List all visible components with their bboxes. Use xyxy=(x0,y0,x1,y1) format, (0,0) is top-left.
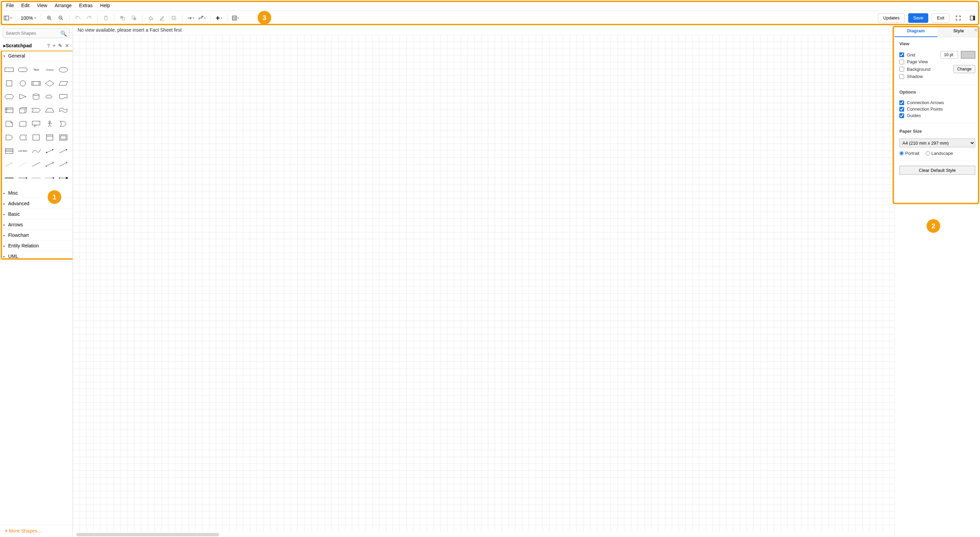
shape-list[interactable] xyxy=(3,145,15,157)
shape-callout[interactable] xyxy=(30,118,42,130)
sidebar-toggle-button[interactable]: ▾ xyxy=(2,13,13,24)
shape-cube[interactable] xyxy=(17,105,29,116)
scratchpad-help-button[interactable]: ? xyxy=(47,43,50,48)
clear-default-style-button[interactable]: Clear Default Style xyxy=(899,166,975,175)
menu-help[interactable]: Help xyxy=(97,2,113,10)
grid-checkbox[interactable] xyxy=(899,53,904,57)
shape-trapezoid[interactable] xyxy=(44,105,56,116)
shape-dashed-line[interactable] xyxy=(3,159,15,171)
shape-square[interactable] xyxy=(3,78,15,89)
shape-data-storage[interactable] xyxy=(17,132,29,143)
to-back-button[interactable] xyxy=(129,13,140,24)
tab-diagram[interactable]: Diagram xyxy=(894,25,937,37)
shape-hexagon[interactable] xyxy=(3,91,15,103)
shape-document[interactable] xyxy=(57,91,69,103)
shape-rounded-rectangle[interactable] xyxy=(17,64,29,76)
shape-dotted-line[interactable] xyxy=(17,159,29,171)
shape-bidirectional-arrow[interactable] xyxy=(44,145,56,157)
table-button[interactable]: ▾ xyxy=(230,13,241,24)
shape-card[interactable] xyxy=(17,118,29,130)
redo-button[interactable] xyxy=(84,13,95,24)
shape-ellipse[interactable] xyxy=(57,64,69,76)
shape-text[interactable]: Text xyxy=(30,64,42,76)
more-shapes-button[interactable]: +More Shapes… xyxy=(0,524,73,537)
landscape-radio[interactable] xyxy=(926,151,930,156)
menu-arrange[interactable]: Arrange xyxy=(51,2,75,10)
shape-actor[interactable] xyxy=(44,118,56,130)
shape-and[interactable] xyxy=(3,132,15,143)
undo-button[interactable] xyxy=(72,13,83,24)
category-uml[interactable]: ▸UML xyxy=(0,251,73,262)
category-arrows[interactable]: ▸Arrows xyxy=(0,220,73,230)
shape-rectangle[interactable] xyxy=(3,64,15,76)
scratchpad-edit-button[interactable]: ✎ xyxy=(58,43,62,48)
save-button[interactable]: Save xyxy=(908,13,929,23)
shape-triangle[interactable] xyxy=(17,91,29,103)
menu-extras[interactable]: Extras xyxy=(76,2,96,10)
connection-style-button[interactable]: ▾ xyxy=(185,13,196,24)
shape-cylinder[interactable] xyxy=(30,91,42,103)
scratchpad-close-button[interactable]: ✕ xyxy=(65,43,69,48)
background-checkbox[interactable] xyxy=(899,67,904,72)
shape-link4[interactable] xyxy=(44,172,56,184)
shape-frame[interactable] xyxy=(57,132,69,143)
line-color-button[interactable] xyxy=(157,13,168,24)
shape-link1[interactable] xyxy=(3,172,15,184)
shape-arrow[interactable] xyxy=(57,145,69,157)
waypoint-style-button[interactable]: ▾ xyxy=(197,13,208,24)
shape-textbox[interactable]: Heading xyxy=(44,64,56,76)
canvas-area[interactable]: No view available, please insert a Fact … xyxy=(73,25,894,537)
shape-titled-container[interactable] xyxy=(44,132,56,143)
menu-edit[interactable]: Edit xyxy=(18,2,33,10)
shape-curve[interactable] xyxy=(30,145,42,157)
shape-link5[interactable] xyxy=(57,172,69,184)
pageview-checkbox[interactable] xyxy=(899,59,904,64)
canvas-grid[interactable] xyxy=(73,35,894,532)
updates-button[interactable]: Updates xyxy=(878,13,904,23)
shape-tape[interactable] xyxy=(57,105,69,116)
shape-link3[interactable] xyxy=(30,172,42,184)
scratchpad-header[interactable]: ▸ Scratchpad ? + ✎ ✕ xyxy=(0,41,73,51)
shape-cloud[interactable] xyxy=(44,91,56,103)
insert-button[interactable]: ▾ xyxy=(213,13,224,24)
menu-view[interactable]: View xyxy=(34,2,51,10)
shape-list-item[interactable]: List Item xyxy=(17,145,29,157)
exit-button[interactable]: Exit xyxy=(932,13,950,23)
scratchpad-add-button[interactable]: + xyxy=(53,43,56,48)
to-front-button[interactable] xyxy=(117,13,128,24)
fill-color-button[interactable] xyxy=(145,13,156,24)
guides-checkbox[interactable] xyxy=(899,113,904,118)
shape-link2[interactable] xyxy=(17,172,29,184)
category-misc[interactable]: ▸Misc xyxy=(0,188,73,198)
grid-color-swatch[interactable] xyxy=(961,51,975,59)
shadow-button[interactable] xyxy=(169,13,179,24)
shape-diamond[interactable] xyxy=(44,78,56,89)
shape-circle[interactable] xyxy=(17,78,29,89)
category-entity-relation[interactable]: ▸Entity Relation xyxy=(0,241,73,251)
background-change-button[interactable]: Change xyxy=(953,65,975,73)
search-shapes-input[interactable] xyxy=(3,28,70,38)
horizontal-scrollbar[interactable] xyxy=(76,533,219,536)
category-advanced[interactable]: ▸Advanced xyxy=(0,198,73,209)
fullscreen-button[interactable] xyxy=(953,13,964,24)
category-flowchart[interactable]: ▸Flowchart xyxy=(0,230,73,241)
zoom-in-button[interactable] xyxy=(44,13,55,24)
shape-categories-scroll[interactable]: 1 ▾ General Text Heading xyxy=(0,51,73,524)
tab-close-button[interactable]: ✕ xyxy=(974,27,978,33)
shape-parallelogram[interactable] xyxy=(57,78,69,89)
shape-step[interactable] xyxy=(30,105,42,116)
shadow-checkbox[interactable] xyxy=(899,74,904,79)
category-basic[interactable]: ▸Basic xyxy=(0,209,73,220)
paper-size-select[interactable]: A4 (210 mm x 297 mm) xyxy=(899,139,975,147)
shape-process[interactable] xyxy=(30,78,42,89)
shape-bidir-connector[interactable] xyxy=(44,159,56,171)
portrait-radio[interactable] xyxy=(899,151,904,156)
delete-button[interactable] xyxy=(100,13,111,24)
grid-size-input[interactable] xyxy=(940,51,958,59)
shape-directional-connector[interactable] xyxy=(57,159,69,171)
shape-line[interactable] xyxy=(30,159,42,171)
shape-or[interactable] xyxy=(57,118,69,130)
format-panel-toggle[interactable] xyxy=(967,13,978,24)
shape-note[interactable] xyxy=(3,118,15,130)
shape-internal-storage[interactable] xyxy=(3,105,15,116)
